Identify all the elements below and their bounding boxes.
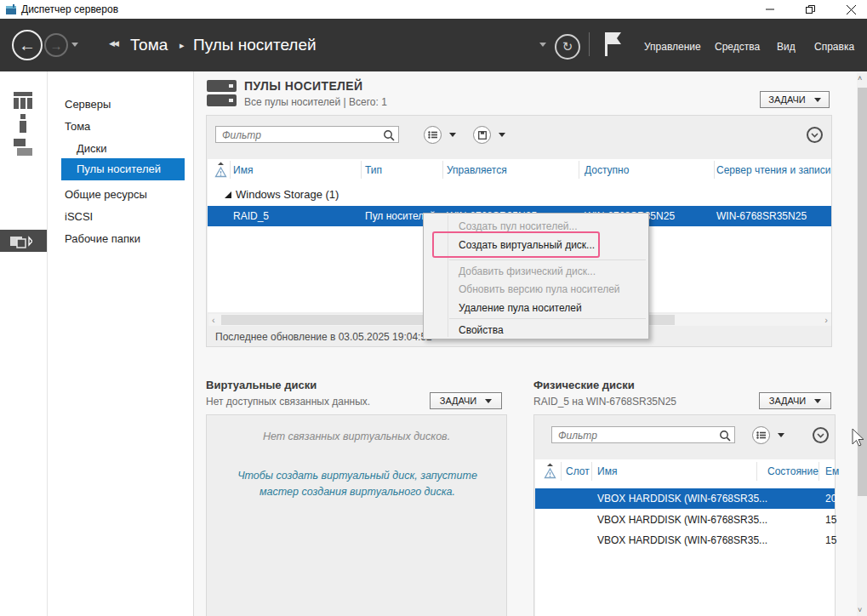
disk-capacity-cell: 20 (825, 493, 836, 505)
column-header-name[interactable]: Имя (233, 164, 253, 176)
physical-collapse-chevron-icon[interactable] (813, 427, 829, 443)
column-header-status[interactable]: Состояние (767, 465, 819, 477)
save-query-caret-icon[interactable] (499, 133, 505, 137)
physical-disks-panel: Слот Имя Состояние Ем VBOX HARDDISK (WIN… (533, 414, 836, 616)
sidebar-item-storage-pools-label: Пулы носителей (77, 163, 161, 175)
column-header-slot[interactable]: Слот (566, 465, 590, 477)
save-query-icon[interactable] (473, 126, 491, 144)
restore-button[interactable] (797, 0, 823, 19)
menu-view[interactable]: Вид (777, 41, 796, 53)
physical-disk-row[interactable]: VBOX HARDDISK (WIN-6768SR35... 15 (535, 510, 835, 530)
menu-tools[interactable]: Средства (715, 41, 760, 53)
disk-name-cell: VBOX HARDDISK (WIN-6768SR35... (597, 514, 767, 526)
pool-name-cell: RAID_5 (233, 210, 269, 222)
sidebar-item-volumes[interactable]: Тома (65, 120, 90, 133)
window-title: Диспетчер серверов (21, 3, 118, 15)
column-header-capacity[interactable]: Ем (825, 465, 839, 477)
disk-name-cell: VBOX HARDDISK (WIN-6768SR35... (597, 534, 767, 546)
column-divider (561, 462, 562, 481)
back-button[interactable]: ← (12, 30, 43, 60)
virtual-disks-subtitle: Нет доступных связанных данных. (206, 396, 370, 408)
menu-manage[interactable]: Управление (644, 41, 701, 53)
physical-filter-field[interactable] (551, 426, 735, 443)
create-virtual-disk-hint[interactable]: Чтобы создать виртуальный диск, запустит… (217, 468, 498, 500)
physical-disk-row[interactable]: VBOX HARDDISK (WIN-6768SR35... 20 (535, 488, 835, 509)
window-titlebar: Диспетчер серверов (0, 0, 867, 19)
virtual-disks-tasks-button[interactable]: ЗАДАЧИ (430, 392, 502, 409)
dashboard-icon[interactable] (14, 92, 32, 109)
nav-history-dropdown-icon[interactable] (71, 43, 78, 47)
saved-queries-icon[interactable] (424, 126, 442, 144)
physical-filter-input[interactable] (556, 428, 705, 443)
saved-queries-caret-icon[interactable] (449, 133, 456, 137)
last-refresh-status: Последнее обновление в 03.05.2025 19:04:… (215, 331, 432, 343)
pools-filter-field[interactable] (215, 126, 399, 143)
breadcrumb-current: Пулы носителей (193, 36, 317, 54)
disk-capacity-cell: 15 (825, 534, 836, 546)
column-divider (819, 462, 819, 481)
pools-tile-subtitle: Все пулы носителей | Всего: 1 (244, 96, 387, 108)
physical-disks-table: Слот Имя Состояние Ем VBOX HARDDISK (WIN… (535, 459, 835, 616)
search-icon (383, 129, 395, 141)
server-manager-app-icon (5, 3, 17, 15)
refresh-button[interactable]: ↻ (555, 34, 580, 60)
menu-item-delete-storage-pool[interactable]: Удаление пула носителей (424, 299, 648, 317)
saved-queries-icon[interactable] (752, 426, 770, 444)
sidebar-item-work-folders[interactable]: Рабочие папки (65, 232, 140, 245)
disk-name-cell: VBOX HARDDISK (WIN-6768SR35... (597, 493, 767, 505)
menu-help[interactable]: Справка (814, 41, 854, 53)
column-header-rw-server[interactable]: Сервер чтения и записи (716, 164, 831, 176)
disk-capacity-cell: 15 (825, 514, 836, 526)
storage-pools-tile-icon (207, 79, 237, 109)
pools-tile-title: ПУЛЫ НОСИТЕЛЕЙ (244, 79, 363, 93)
breadcrumb-collapse-icon[interactable]: ◀◀ (109, 39, 117, 48)
sidebar-item-iscsi[interactable]: iSCSI (65, 210, 93, 223)
toolbar-divider (589, 32, 590, 56)
saved-queries-caret-icon[interactable] (778, 433, 784, 437)
pools-tasks-button[interactable]: ЗАДАЧИ (760, 91, 830, 108)
close-button[interactable] (838, 0, 864, 19)
breadcrumb-separator-icon: ▸ (180, 40, 185, 51)
column-header-name[interactable]: Имя (597, 465, 617, 477)
column-header-type[interactable]: Тип (365, 164, 382, 176)
scroll-down-icon[interactable]: ˅ (858, 606, 862, 614)
group-expanded-icon[interactable] (224, 191, 232, 199)
pools-tasks-label: ЗАДАЧИ (768, 94, 806, 105)
column-filter-warning-icon[interactable] (544, 463, 556, 479)
pools-filter-input[interactable] (220, 128, 369, 143)
sidebar-navigation: Серверы Тома Диски Пулы носителей Общие … (48, 71, 194, 616)
vertical-scrollbar[interactable]: ˄ ˅ (857, 72, 867, 616)
physical-disk-row[interactable]: VBOX HARDDISK (WIN-6768SR35... 15 (535, 530, 835, 550)
sidebar-item-disks[interactable]: Диски (77, 142, 107, 155)
forward-button[interactable]: → (44, 33, 68, 57)
mouse-cursor (852, 428, 865, 448)
navigation-bar: ← → ◀◀ Тома ▸ Пулы носителей ↻ Управлени… (0, 19, 867, 71)
all-servers-icon[interactable] (14, 138, 32, 157)
local-server-icon[interactable] (19, 114, 27, 133)
column-filter-warning-icon[interactable] (214, 162, 227, 178)
column-divider (442, 161, 443, 179)
scroll-left-icon[interactable]: ‹ (212, 315, 215, 325)
sidebar-item-servers[interactable]: Серверы (65, 98, 111, 111)
column-divider (230, 161, 231, 179)
menu-separator (449, 260, 646, 260)
notifications-flag-icon[interactable] (602, 31, 621, 58)
virtual-disks-title: Виртуальные диски (206, 379, 317, 391)
group-label[interactable]: Windows Storage (1) (236, 188, 339, 201)
menu-separator (449, 318, 646, 319)
column-header-available[interactable]: Доступно (585, 164, 629, 176)
physical-disks-tasks-button[interactable]: ЗАДАЧИ (759, 392, 831, 409)
expand-arrow-icon (29, 237, 32, 245)
minimize-button[interactable] (757, 0, 783, 19)
physical-disks-title: Физические диски (533, 379, 635, 391)
scroll-up-icon[interactable]: ˄ (858, 74, 862, 83)
pools-collapse-chevron-icon[interactable] (807, 127, 823, 143)
page-dropdown-icon[interactable] (539, 43, 546, 47)
no-virtual-disks-message: Нет связанных виртуальных дисков. (207, 431, 506, 442)
scroll-right-icon[interactable]: › (824, 315, 828, 325)
breadcrumb-root[interactable]: Тома (130, 36, 168, 54)
menu-item-properties[interactable]: Свойства (424, 322, 648, 339)
column-header-managed[interactable]: Управляется (447, 164, 507, 176)
sidebar-item-shares[interactable]: Общие ресурсы (65, 188, 147, 201)
file-storage-services-selected[interactable] (0, 230, 47, 252)
